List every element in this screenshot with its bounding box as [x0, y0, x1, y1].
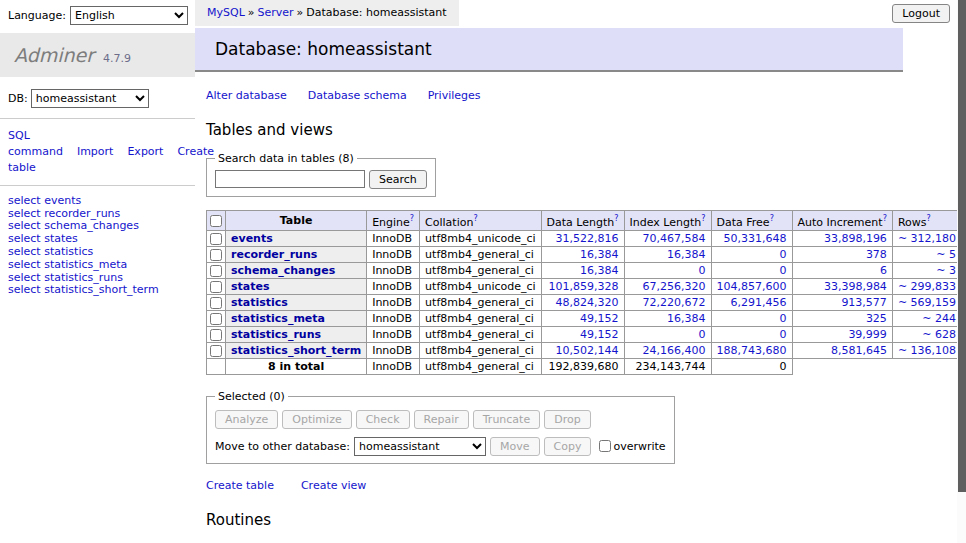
analyze-button[interactable]: Analyze: [215, 410, 278, 429]
language-select[interactable]: English: [70, 6, 188, 25]
column-help-link[interactable]: ?: [770, 214, 774, 223]
data-length-link[interactable]: 31,522,816: [556, 232, 619, 245]
truncate-button[interactable]: Truncate: [473, 410, 540, 429]
rows-link[interactable]: ~ 569,159: [898, 296, 956, 309]
optimize-button[interactable]: Optimize: [282, 410, 351, 429]
column-help-link[interactable]: ?: [410, 214, 414, 223]
rows-link[interactable]: ~ 299,833: [898, 280, 956, 293]
auto-increment-link[interactable]: 913,577: [841, 296, 887, 309]
index-length-link[interactable]: 70,467,584: [643, 232, 706, 245]
row-checkbox[interactable]: [210, 233, 222, 245]
data-free-link[interactable]: 188,743,680: [717, 344, 787, 357]
index-length-link[interactable]: 0: [699, 264, 706, 277]
data-length-link[interactable]: 16,384: [580, 264, 619, 277]
row-checkbox[interactable]: [210, 281, 222, 293]
alter-database-link[interactable]: Alter database: [206, 89, 287, 102]
data-free-link[interactable]: 0: [780, 328, 787, 341]
data-length-link[interactable]: 49,152: [580, 312, 619, 325]
select-all-checkbox[interactable]: [210, 215, 222, 227]
rows-link[interactable]: ~ 136,108: [898, 344, 956, 357]
create-view-link[interactable]: Create view: [301, 479, 366, 492]
auto-increment-link[interactable]: 33,898,196: [824, 232, 887, 245]
data-free-link[interactable]: 6,291,456: [731, 296, 787, 309]
move-button[interactable]: Move: [490, 437, 540, 456]
index-length-link[interactable]: 67,256,320: [643, 280, 706, 293]
table-name-link[interactable]: statistics_meta: [231, 312, 325, 325]
select-table-link[interactable]: select statistics_meta: [8, 258, 127, 271]
search-button[interactable]: Search: [369, 170, 427, 189]
rows-link[interactable]: ~ 3: [936, 264, 956, 277]
table-name-link[interactable]: events: [231, 232, 273, 245]
select-table-link[interactable]: select schema_changes: [8, 219, 139, 232]
row-checkbox[interactable]: [210, 249, 222, 261]
data-free-link[interactable]: 0: [780, 264, 787, 277]
vertical-scrollbar[interactable]: [957, 0, 966, 543]
rows-link[interactable]: ~ 5: [936, 248, 956, 261]
search-input[interactable]: [215, 170, 365, 188]
index-length-link[interactable]: 16,384: [667, 248, 706, 261]
rows-link[interactable]: ~ 244: [922, 312, 956, 325]
auto-increment-link[interactable]: 33,398,984: [824, 280, 887, 293]
drop-button[interactable]: Drop: [544, 410, 590, 429]
auto-increment-link[interactable]: 6: [880, 264, 887, 277]
copy-button[interactable]: Copy: [544, 437, 592, 456]
import-link[interactable]: Import: [77, 145, 114, 158]
rows-link[interactable]: ~ 628: [922, 328, 956, 341]
data-free-link[interactable]: 0: [780, 248, 787, 261]
logout-button[interactable]: Logout: [892, 4, 950, 23]
breadcrumb-mysql-link[interactable]: MySQL: [207, 6, 245, 19]
table-name-link[interactable]: statistics_runs: [231, 328, 321, 341]
check-button[interactable]: Check: [356, 410, 410, 429]
overwrite-checkbox[interactable]: [599, 440, 611, 452]
auto-increment-link[interactable]: 325: [866, 312, 887, 325]
index-length-link[interactable]: 16,384: [667, 312, 706, 325]
export-link[interactable]: Export: [127, 145, 163, 158]
data-length-link[interactable]: 48,824,320: [556, 296, 619, 309]
scrollbar-thumb[interactable]: [958, 0, 966, 492]
data-length-link[interactable]: 49,152: [580, 328, 619, 341]
create-table-link[interactable]: Create table: [206, 479, 274, 492]
select-table-link[interactable]: select states: [8, 232, 78, 245]
column-help-link[interactable]: ?: [701, 214, 705, 223]
row-checkbox[interactable]: [210, 297, 222, 309]
column-help-link[interactable]: ?: [926, 214, 930, 223]
table-name-link[interactable]: states: [231, 280, 270, 293]
data-free-link[interactable]: 50,331,648: [724, 232, 787, 245]
database-schema-link[interactable]: Database schema: [308, 89, 407, 102]
auto-increment-link[interactable]: 8,581,645: [831, 344, 887, 357]
row-checkbox[interactable]: [210, 265, 222, 277]
db-select[interactable]: homeassistant: [31, 89, 149, 108]
table-name-link[interactable]: statistics_short_term: [231, 344, 361, 357]
table-name-link[interactable]: schema_changes: [231, 264, 335, 277]
repair-button[interactable]: Repair: [414, 410, 469, 429]
row-checkbox[interactable]: [210, 313, 222, 325]
data-length-link[interactable]: 10,502,144: [556, 344, 619, 357]
select-table-link[interactable]: select statistics_short_term: [8, 283, 159, 296]
table-name-link[interactable]: statistics: [231, 296, 288, 309]
overwrite-option[interactable]: overwrite: [599, 440, 665, 453]
column-help-link[interactable]: ?: [883, 214, 887, 223]
auto-increment-link[interactable]: 39,999: [848, 328, 887, 341]
select-table-link[interactable]: select statistics_runs: [8, 271, 123, 284]
data-length-link[interactable]: 16,384: [580, 248, 619, 261]
select-table-link[interactable]: select recorder_runs: [8, 207, 120, 220]
row-checkbox[interactable]: [210, 329, 222, 341]
privileges-link[interactable]: Privileges: [428, 89, 481, 102]
select-table-link[interactable]: select events: [8, 194, 81, 207]
column-help-link[interactable]: ?: [614, 214, 618, 223]
move-db-select[interactable]: homeassistant: [354, 437, 486, 456]
auto-increment-link[interactable]: 378: [866, 248, 887, 261]
breadcrumb-server-link[interactable]: Server: [258, 6, 294, 19]
index-length-link[interactable]: 24,166,400: [643, 344, 706, 357]
rows-link[interactable]: ~ 312,180: [898, 232, 956, 245]
select-table-link[interactable]: select statistics: [8, 245, 93, 258]
row-checkbox[interactable]: [210, 345, 222, 357]
sql-command-link[interactable]: SQL command: [8, 129, 63, 158]
index-length-link[interactable]: 0: [699, 328, 706, 341]
data-free-link[interactable]: 104,857,600: [717, 280, 787, 293]
data-length-link[interactable]: 101,859,328: [549, 280, 619, 293]
data-free-link[interactable]: 0: [780, 312, 787, 325]
table-name-link[interactable]: recorder_runs: [231, 248, 317, 261]
column-help-link[interactable]: ?: [473, 214, 477, 223]
index-length-link[interactable]: 72,220,672: [643, 296, 706, 309]
